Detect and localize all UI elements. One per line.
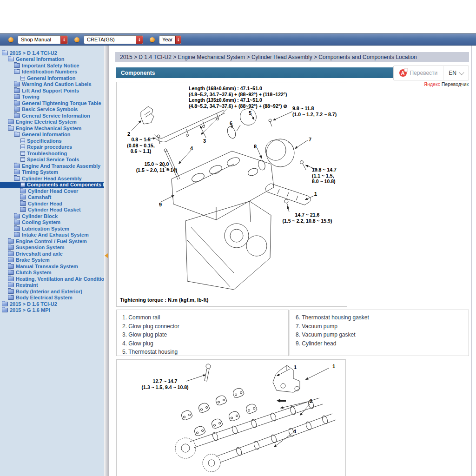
select-shop-manual[interactable]: Shop Manual ▲▼ — [18, 35, 68, 44]
collapse-sidebar-icon[interactable] — [105, 253, 108, 258]
tree-item-label: Brake System — [16, 257, 50, 263]
part-item: 2. Glow plug connector — [122, 322, 288, 331]
stepper-icon[interactable]: ▲▼ — [136, 36, 143, 44]
tree-item[interactable]: Important Safety Notice — [0, 62, 104, 69]
breadcrumb: 2015 > D 1.4 TCI-U2 > Engine Mechanical … — [115, 52, 469, 62]
tree-item[interactable]: Driveshaft and axle — [0, 251, 104, 257]
tree-node-icon — [14, 69, 20, 74]
tree-item[interactable]: Camshaft — [0, 194, 104, 201]
tree-item[interactable]: Intake And Exhaust System — [0, 232, 104, 238]
tree-item[interactable]: Cylinder Head Gasket — [0, 207, 104, 213]
torque-annotation: 14.7 ~ 21.6 (1.5 ~ 2.2, 10.8 ~ 15.9) — [270, 212, 344, 224]
tree-item[interactable]: Suspension System — [0, 245, 104, 251]
tree-item[interactable]: 2015 > G 1.6 MPI — [0, 307, 104, 314]
tree-node-icon — [14, 170, 20, 174]
tree-item-label: Engine Control / Fuel System — [16, 238, 87, 244]
tree-node-icon — [8, 126, 14, 131]
tree-item-label: Specifications — [27, 138, 62, 144]
tree-item[interactable]: Cylinder Head — [0, 200, 104, 207]
tree-item[interactable]: Specifications — [0, 138, 104, 144]
part-item: 4. Glow plug — [122, 339, 288, 348]
callout-number: 6 — [230, 120, 232, 126]
tree-item-label: Basic Service Symbols — [22, 106, 78, 112]
tree-item[interactable]: Clutch System — [0, 270, 104, 276]
tree-item[interactable]: General Information — [0, 75, 104, 81]
tree-item[interactable]: Basic Service Symbols — [0, 106, 104, 113]
tree-item-label: Lubrication System — [22, 226, 69, 231]
tree-item[interactable]: Warning And Caution Labels — [0, 81, 104, 88]
language-dropdown[interactable]: EN — [443, 66, 469, 80]
tree-node-icon — [8, 283, 14, 287]
tree-item[interactable]: Engine Electrical System — [0, 119, 104, 126]
tree-item[interactable]: Engine And Transaxle Assembly — [0, 163, 104, 169]
tree-item[interactable]: General Information — [0, 56, 104, 63]
tree-item[interactable]: Lubrication System — [0, 225, 104, 232]
tree-item[interactable]: Identification Numbers — [0, 69, 104, 75]
tree-item[interactable]: Engine Control / Fuel System — [0, 238, 104, 245]
callout-number: 1 — [294, 364, 297, 370]
tree-item-label: Engine And Transaxle Assembly — [22, 163, 100, 169]
tree-item[interactable]: Manual Transaxle System — [0, 263, 104, 270]
tree-item-label: Heating, Ventilation and Air Conditionin… — [16, 276, 104, 282]
translate-button[interactable]: A Перевести — [394, 66, 443, 80]
tree-item-label: Identification Numbers — [22, 69, 77, 74]
tree-item-label: Intake And Exhaust System — [22, 232, 89, 238]
content-area: 2015 > D 1.4 TCI-U2 > Engine Mechanical … — [109, 46, 472, 476]
tree-item[interactable]: Cylinder Head Cover — [0, 188, 104, 194]
tree-item-label: Towing — [22, 94, 40, 99]
tree-item[interactable]: Body (Interior and Exterior) — [0, 288, 104, 295]
tree-item[interactable]: Repair procedures — [0, 144, 104, 151]
tree-node-icon — [8, 251, 14, 256]
section-header: Components A Перевести EN Яндекс Перевод… — [116, 67, 469, 78]
tree-item[interactable]: Body Electrical System — [0, 295, 104, 301]
tree-item[interactable]: Cylinder Head Assembly — [0, 175, 104, 182]
tree-node-icon — [14, 88, 20, 93]
tree-node-icon — [20, 182, 25, 187]
tree-item[interactable]: Timing System — [0, 169, 104, 176]
tree-item-label: Cylinder Head Gasket — [28, 207, 81, 212]
callout-number: 8 — [254, 144, 257, 149]
tree-item[interactable]: Towing — [0, 94, 104, 100]
part-item: 7. Vacuum pump — [296, 322, 469, 331]
tree-item[interactable]: Lift And Support Points — [0, 87, 104, 94]
tree-item[interactable]: 2015 > D 1.4 TCI-U2 — [0, 50, 104, 56]
tree-node-icon — [20, 139, 25, 143]
tree-item-label: Components and Components Lo — [27, 182, 104, 187]
tree-item-label: Suspension System — [16, 245, 65, 250]
tree-node-icon — [14, 214, 20, 218]
tree-item-label: Timing System — [22, 169, 58, 175]
torque-annotation: 15.0 ~ 20.0 (1.5 ~ 2.0, 11 ~ 14) — [127, 161, 186, 173]
select-vehicle-value: CRETA(GS) — [84, 37, 136, 42]
tree-node-icon — [14, 176, 20, 181]
tree-item[interactable]: Cylinder Block — [0, 213, 104, 219]
tree-item[interactable]: Brake System — [0, 257, 104, 264]
tree-item[interactable]: Engine Mechanical System — [0, 125, 104, 132]
translate-label: Перевести — [410, 70, 438, 76]
parts-list-right: 6. Thermostat housing gasket7. Vacuum pu… — [290, 310, 469, 356]
sidebar-splitter[interactable] — [104, 46, 109, 476]
select-vehicle[interactable]: CRETA(GS) ▲▼ — [84, 35, 143, 44]
tree-item-label: Engine Mechanical System — [16, 126, 81, 131]
tree-item[interactable]: Cooling System — [0, 219, 104, 226]
tree-node-icon — [8, 57, 14, 61]
tree-item[interactable]: Restraint — [0, 282, 104, 289]
tree-item-label: Special Service Tools — [27, 157, 79, 162]
callout-number: 4 — [293, 429, 296, 434]
stepper-icon[interactable]: ▲▼ — [175, 36, 181, 44]
tree-item[interactable]: General Tightening Torque Table — [0, 100, 104, 106]
tree-item[interactable]: Troubleshooting — [0, 150, 104, 157]
tree-item[interactable]: Special Service Tools — [0, 157, 104, 163]
tree-node-icon — [14, 94, 20, 99]
tree-item-label: Troubleshooting — [27, 151, 67, 156]
tree-node-icon — [14, 113, 20, 118]
tree-item[interactable]: General Service Information — [0, 112, 104, 119]
tree-node-icon — [14, 63, 20, 68]
stepper-icon[interactable]: ▲▼ — [60, 36, 67, 44]
tree-item-label: General Tightening Torque Table — [22, 100, 101, 106]
tree-item[interactable]: Heating, Ventilation and Air Conditionin… — [0, 276, 104, 282]
select-year[interactable]: Year ▲▼ — [159, 35, 181, 44]
tree-item[interactable]: Components and Components Lo — [0, 182, 104, 188]
tree-item[interactable]: 2015 > D 1.6 TCI-U2 — [0, 301, 104, 307]
select-shop-manual-value: Shop Manual — [18, 37, 60, 42]
tree-item[interactable]: General Information — [0, 132, 104, 138]
